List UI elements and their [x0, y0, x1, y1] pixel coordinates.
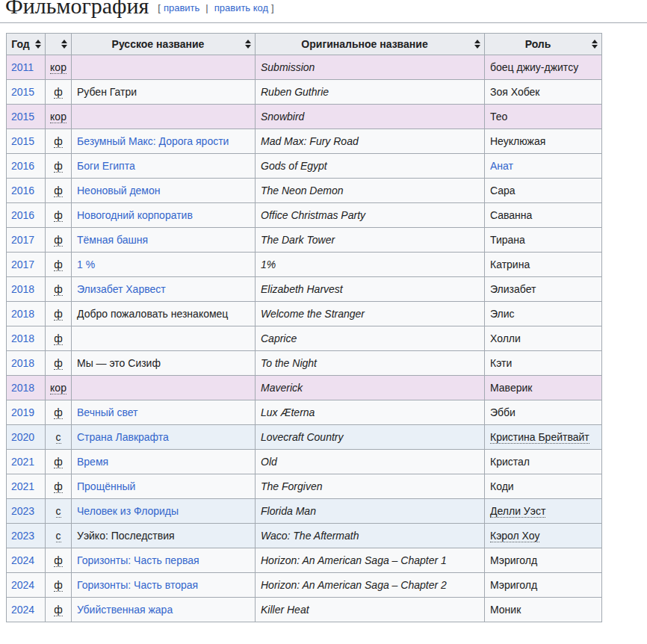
year-link[interactable]: 2015: [11, 111, 34, 123]
year-cell: 2018: [7, 351, 46, 376]
russian-title-link[interactable]: Человек из Флориды: [77, 505, 179, 517]
russian-title-link[interactable]: Безумный Макс: Дорога ярости: [77, 135, 229, 147]
role-text: боец джиу-джитсу: [490, 61, 578, 73]
year-link[interactable]: 2016: [11, 160, 34, 172]
russian-title-link[interactable]: Новогодний корпоратив: [77, 209, 193, 221]
film-type-abbr: кор: [50, 61, 66, 74]
russian-title-link[interactable]: Прощённый: [77, 480, 135, 492]
year-link[interactable]: 2019: [11, 406, 34, 418]
edit-code-link[interactable]: править код: [214, 2, 268, 13]
role-link[interactable]: Анат: [490, 160, 513, 172]
film-type-abbr: ф: [54, 209, 63, 222]
original-title: Mad Max: Fury Road: [261, 135, 359, 147]
russian-title-cell: Неоновый демон: [72, 179, 256, 203]
year-link[interactable]: 2021: [11, 480, 34, 492]
year-cell: 2017: [7, 228, 46, 253]
russian-title-cell: Горизонты: Часть первая: [72, 548, 256, 573]
russian-title-link[interactable]: Убийственная жара: [77, 604, 173, 616]
russian-title-link[interactable]: 1 %: [77, 258, 95, 270]
role-cell: Зоя Хобек: [485, 80, 602, 105]
film-type-abbr: ф: [54, 480, 63, 493]
year-link[interactable]: 2015: [11, 135, 34, 147]
film-type-cell: кор: [46, 376, 72, 400]
film-type-abbr: ф: [54, 283, 63, 296]
year-link[interactable]: 2017: [11, 258, 34, 270]
role-cell: Неуклюжая: [485, 129, 602, 154]
film-type-cell: ф: [46, 129, 72, 154]
year-link[interactable]: 2011: [11, 61, 34, 73]
russian-title-link[interactable]: Тёмная башня: [77, 234, 148, 246]
year-link[interactable]: 2016: [11, 185, 34, 196]
year-link[interactable]: 2024: [11, 604, 34, 616]
original-title-cell: Horizon: An American Saga – Chapter 1: [256, 548, 485, 573]
table-row: 2018корMaverickМаверик: [7, 376, 602, 400]
film-type-cell: ф: [46, 80, 72, 105]
col-header-russian-title[interactable]: Русское название: [72, 34, 256, 55]
year-link[interactable]: 2020: [11, 431, 34, 443]
table-row: 2017фТёмная башняThe Dark TowerТирана: [7, 228, 602, 253]
year-cell: 2016: [7, 179, 46, 203]
table-row: 2015фРубен ГатриRuben GuthrieЗоя Хобек: [7, 80, 602, 105]
russian-title-link[interactable]: Боги Египта: [77, 160, 135, 172]
russian-title-cell: Страна Лавкрафта: [72, 425, 256, 450]
year-link[interactable]: 2018: [11, 357, 34, 369]
sort-arrows-icon: [592, 40, 598, 49]
col-header-label: Оригинальное название: [301, 38, 427, 50]
film-type-cell: ф: [46, 450, 72, 474]
russian-title-link[interactable]: Горизонты: Часть вторая: [77, 579, 198, 591]
russian-title-link[interactable]: Страна Лавкрафта: [77, 431, 169, 443]
sort-down-arrow: [592, 45, 598, 49]
year-link[interactable]: 2021: [11, 456, 34, 468]
russian-title-cell: Горизонты: Часть вторая: [72, 573, 256, 598]
sort-down-arrow: [61, 45, 67, 49]
year-link[interactable]: 2023: [11, 530, 34, 542]
russian-title-link[interactable]: Неоновый демон: [77, 185, 161, 196]
role-text: Коди: [490, 480, 514, 492]
col-header-year[interactable]: Год: [7, 34, 46, 55]
year-link[interactable]: 2018: [11, 382, 34, 394]
role-cell: Анат: [485, 154, 602, 179]
film-type-abbr: ф: [54, 160, 63, 173]
original-title-cell: Horizon: An American Saga – Chapter 2: [256, 573, 485, 598]
year-cell: 2018: [7, 376, 46, 400]
film-type-abbr: ф: [54, 406, 63, 419]
russian-title-cell: 1 %: [72, 253, 256, 277]
russian-title-link[interactable]: Элизабет Харвест: [77, 283, 166, 295]
russian-title-cell: Тёмная башня: [72, 228, 256, 253]
sort-up-arrow: [61, 40, 67, 43]
year-cell: 2015: [7, 129, 46, 154]
film-type-abbr: кор: [50, 382, 66, 394]
col-header-type[interactable]: [46, 34, 72, 55]
year-link[interactable]: 2015: [11, 86, 34, 98]
original-title: Gods of Egypt: [261, 160, 327, 172]
year-cell: 2016: [7, 203, 46, 228]
russian-title-cell: Новогодний корпоратив: [72, 203, 256, 228]
year-cell: 2024: [7, 573, 46, 598]
film-type-abbr: с: [56, 505, 61, 518]
russian-title-link[interactable]: Время: [77, 456, 108, 468]
year-link[interactable]: 2018: [11, 308, 34, 320]
role-cell: Кристал: [485, 450, 602, 474]
year-link[interactable]: 2024: [11, 554, 34, 566]
table-row: 2021фПрощённыйThe ForgivenКоди: [7, 474, 602, 499]
year-link[interactable]: 2023: [11, 505, 34, 517]
film-type-cell: ф: [46, 474, 72, 499]
russian-title-link[interactable]: Вечный свет: [77, 406, 137, 418]
year-link[interactable]: 2017: [11, 234, 34, 246]
col-header-original-title[interactable]: Оригинальное название: [256, 34, 485, 55]
edit-link[interactable]: править: [164, 2, 199, 13]
year-link[interactable]: 2016: [11, 209, 34, 221]
sort-down-arrow: [474, 45, 480, 49]
year-link[interactable]: 2018: [11, 332, 34, 344]
year-link[interactable]: 2018: [11, 283, 34, 295]
original-title-cell: Lovecraft Country: [256, 425, 485, 450]
role-cell: Маверик: [485, 376, 602, 400]
russian-title-link[interactable]: Горизонты: Часть первая: [77, 554, 199, 566]
russian-title-cell: Вечный свет: [72, 400, 256, 425]
film-type-abbr: ф: [54, 185, 63, 197]
edit-bracket-open: [: [158, 2, 161, 13]
table-row: 2024фГоризонты: Часть перваяHorizon: An …: [7, 548, 602, 573]
col-header-role[interactable]: Роль: [485, 34, 602, 55]
table-row: 2015корSnowbirdТео: [7, 105, 602, 129]
year-link[interactable]: 2024: [11, 579, 34, 591]
